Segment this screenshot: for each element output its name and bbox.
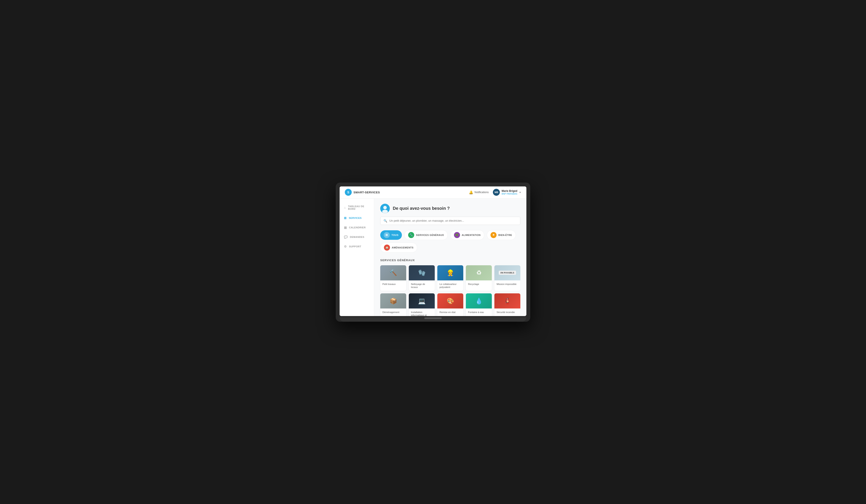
service-img-recyclage: ♻: [466, 265, 492, 280]
category-label-am: AMÉNAGEMENTS: [392, 246, 413, 249]
category-label-ali: ALIMENTATION: [462, 234, 480, 236]
service-img-fontaine: 💧: [466, 293, 492, 309]
category-icon-tous: ⊞: [384, 232, 390, 238]
service-card-recyclage[interactable]: ♻ Recyclage: [466, 265, 492, 291]
service-card-nettoyage[interactable]: 🧤 Nettoyage de locaux: [409, 265, 435, 291]
home-icon: ⌂: [344, 206, 346, 209]
service-img-petit-travaux: 🔨: [380, 265, 406, 280]
category-icon-be: ☀: [490, 232, 497, 238]
svg-point-2: [382, 210, 388, 213]
service-label-remise: Remise en état: [437, 309, 463, 316]
user-company: BNP PARISBAS: [501, 193, 517, 195]
service-card-fontaine[interactable]: 💧 Fontaine à eau: [466, 293, 492, 316]
service-label-petit-travaux: Petit travaux: [380, 280, 406, 288]
search-bar[interactable]: 🔍: [380, 217, 520, 225]
sidebar-item-demandes[interactable]: 💬 DEMANDES: [340, 233, 374, 241]
search-input[interactable]: [389, 219, 517, 222]
service-label-nettoyage: Nettoyage de locaux: [409, 280, 435, 291]
service-card-petit-travaux[interactable]: 🔨 Petit travaux: [380, 265, 406, 291]
sidebar-label-calendrier: CALENDRIER: [349, 226, 366, 229]
service-label-collaborateur: Le collaboarteur polyvalent: [437, 280, 463, 291]
category-services-generaux[interactable]: 🔧 SERVICES GÉNÉRAUX: [404, 230, 447, 240]
logo-icon: S: [345, 189, 352, 196]
avatar: MB: [493, 189, 500, 196]
service-img-mission: IM POSSIBLE: [495, 265, 520, 280]
user-details: Marie Briged BNP PARISBAS: [501, 190, 517, 195]
sidebar-item-support[interactable]: ⚙ SUPPORT: [340, 243, 374, 250]
service-label-fontaine: Fontaine à eau: [466, 309, 492, 316]
service-card-installation[interactable]: 💻 Installation informatique et réseau: [409, 293, 435, 316]
sidebar-item-tableau-de-bord[interactable]: ⌂ TABLEAU DE BORD: [340, 203, 374, 213]
category-icon-am: 🏠: [384, 244, 390, 251]
sidebar-label-support: SUPPORT: [349, 245, 362, 248]
page-title: De quoi avez-vous besoin ?: [393, 206, 449, 211]
chevron-down-icon: ▼: [519, 191, 521, 194]
category-label-tous: TOUS: [391, 234, 398, 236]
svg-point-1: [383, 206, 387, 209]
laptop-base: [340, 317, 526, 322]
category-icon-sg: 🔧: [408, 232, 414, 238]
service-card-securite[interactable]: 🧯 Sécurité incendie: [495, 293, 520, 316]
avatar-inner: [380, 204, 390, 213]
grid-icon: ⊞: [344, 216, 347, 220]
user-info[interactable]: MB Marie Briged BNP PARISBAS ▼: [493, 189, 521, 196]
sidebar-item-calendrier[interactable]: ▦ CALENDRIER: [340, 224, 374, 231]
logo: S SMART-SERVICES: [345, 189, 380, 196]
service-card-collaborateur[interactable]: 👷 Le collaboarteur polyvalent: [437, 265, 463, 291]
search-icon: 🔍: [384, 219, 387, 222]
service-grid-row1: 🔨 Petit travaux 🧤 Nettoyage de locaux: [380, 265, 520, 291]
category-label-be: BIEN-ÊTRE: [498, 234, 512, 236]
gear-icon: ⚙: [344, 245, 347, 248]
app-body: ⌂ TABLEAU DE BORD ⊞ SERVICES ▦ CALENDRIE…: [340, 198, 526, 316]
assistant-avatar: [380, 204, 390, 213]
sidebar-label-demandes: DEMANDES: [350, 236, 365, 238]
service-card-remise[interactable]: 🎨 Remise en état: [437, 293, 463, 316]
logo-text: SMART-SERVICES: [354, 191, 380, 194]
service-label-recyclage: Recyclage: [466, 280, 492, 288]
avatar-face-svg: [380, 204, 390, 213]
sidebar-item-services[interactable]: ⊞ SERVICES: [340, 214, 374, 222]
service-grid-row2: 📦 Déménagement 💻 Installation informatiq…: [380, 293, 520, 316]
category-label-sg: SERVICES GÉNÉRAUX: [416, 234, 444, 236]
category-icon-ali: 🌿: [454, 232, 460, 238]
service-label-mission: Mission impossible: [495, 280, 520, 288]
service-img-demenagement: 📦: [380, 293, 406, 309]
main-content: De quoi avez-vous besoin ? 🔍 ⊞ TOUS: [374, 198, 526, 316]
category-bien-etre[interactable]: ☀ BIEN-ÊTRE: [487, 230, 516, 240]
service-img-installation: 💻: [409, 293, 435, 309]
chat-icon: 💬: [344, 235, 348, 239]
category-tous[interactable]: ⊞ TOUS: [380, 230, 402, 240]
category-filters: ⊞ TOUS 🔧 SERVICES GÉNÉRAUX 🌿 ALIMENTATIO…: [380, 230, 520, 253]
service-img-nettoyage: 🧤: [409, 265, 435, 280]
category-amenagements[interactable]: 🏠 AMÉNAGEMENTS: [380, 243, 417, 253]
service-img-securite: 🧯: [495, 293, 520, 309]
notifications-label: Notifications: [475, 191, 489, 194]
sidebar-label-services: SERVICES: [349, 217, 362, 219]
bell-icon: 🔔: [469, 190, 473, 194]
question-header: De quoi avez-vous besoin ?: [380, 204, 520, 213]
service-label-securite: Sécurité incendie: [495, 309, 520, 316]
category-alimentation[interactable]: 🌿 ALIMENTATION: [450, 230, 484, 240]
service-card-demenagement[interactable]: 📦 Déménagement: [380, 293, 406, 316]
notifications-button[interactable]: 🔔 Notifications: [469, 190, 489, 194]
service-img-remise: 🎨: [437, 293, 463, 309]
sidebar: ⌂ TABLEAU DE BORD ⊞ SERVICES ▦ CALENDRIE…: [340, 198, 374, 316]
service-img-collaborateur: 👷: [437, 265, 463, 280]
header-right: 🔔 Notifications MB Marie Briged BNP PARI…: [469, 189, 521, 196]
section-title: SERVICES GÉNÉRAUX: [380, 259, 520, 262]
service-card-mission[interactable]: IM POSSIBLE Mission impossible: [495, 265, 520, 291]
calendar-icon: ▦: [344, 226, 347, 229]
header: S SMART-SERVICES 🔔 Notifications MB Mari…: [340, 186, 526, 198]
sidebar-label-tableau: TABLEAU DE BORD: [348, 205, 370, 210]
user-name: Marie Briged: [501, 190, 517, 193]
service-label-installation: Installation informatique et réseau: [409, 309, 435, 316]
service-label-demenagement: Déménagement: [380, 309, 406, 316]
